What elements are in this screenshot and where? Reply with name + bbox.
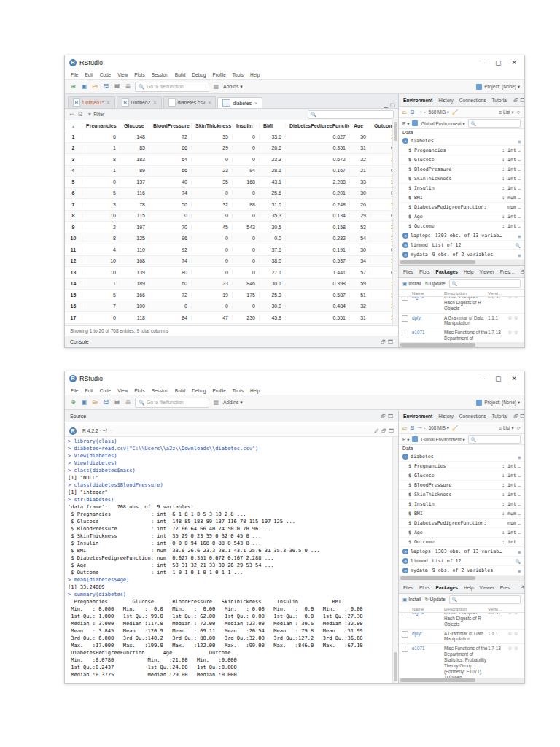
package-action-icons[interactable]: ◎ ◎ — [508, 646, 521, 650]
view-table-icon[interactable]: ▦ — [518, 549, 521, 554]
minimize-button[interactable]: – — [481, 59, 485, 66]
package-row-dplyr[interactable]: dplyrA Grammar of Data Manipulation1.1.1… — [399, 314, 524, 329]
print-icon[interactable]: 🖶 — [124, 398, 132, 406]
environment-field[interactable]: $ DiabetesPedigreeFunction:num… — [399, 519, 524, 528]
menu-debug[interactable]: Debug — [192, 72, 206, 77]
environment-field[interactable]: $ SkinThickness: int… — [399, 174, 524, 184]
minimize-pane-icon[interactable]: 🗗 — [381, 339, 386, 344]
close-tab-icon[interactable]: × — [254, 101, 257, 106]
source-pane-header[interactable]: Source 🗗 🗖 — [65, 410, 398, 422]
column-header-age[interactable]: Age — [350, 123, 370, 128]
save-workspace-icon[interactable]: 🖫 — [410, 425, 414, 430]
package-action-icons[interactable]: ◎ ◎ — [508, 330, 521, 334]
package-checkbox[interactable] — [402, 315, 408, 322]
export-icon[interactable]: 🖫 — [78, 112, 83, 117]
package-row-e1071[interactable]: e1071Misc Functions of the Department of… — [399, 644, 524, 678]
clear-console-icon[interactable]: 🖉 — [374, 428, 379, 433]
environment-field[interactable]: $ SkinThickness: int… — [399, 490, 524, 500]
import-dataset-icon[interactable]: ⭲ ▾ — [418, 109, 426, 115]
open-file-icon[interactable]: 🗁 — [91, 398, 99, 406]
package-row-e1071[interactable]: e1071Misc Functions of the Department of… — [399, 328, 524, 342]
column-header-pregnancies[interactable]: Pregnancies — [82, 123, 120, 128]
packages-horizontal-scrollbar[interactable] — [399, 342, 524, 347]
column-header-insulin[interactable]: Insulin — [233, 123, 260, 128]
expand-object-icon[interactable]: ▾ — [402, 138, 408, 144]
load-workspace-icon[interactable]: 🗁 — [402, 425, 407, 430]
environment-field[interactable]: $ BloodPressure: int… — [399, 165, 524, 174]
package-checkbox[interactable] — [402, 613, 408, 616]
column-header-bmi[interactable]: BMI — [260, 123, 286, 128]
menu-edit[interactable]: Edit — [85, 388, 93, 393]
menu-view[interactable]: View — [117, 72, 128, 77]
console-output[interactable]: > library(class)> diabetes=read.csv("C:\… — [65, 437, 392, 683]
print-icon[interactable]: 🖶 — [124, 82, 132, 90]
addins-dropdown[interactable]: Addins ▾ — [223, 84, 243, 90]
tab-plots[interactable]: Plots — [419, 269, 430, 274]
table-row[interactable]: 92197704554330.50.158531 — [65, 222, 392, 233]
new-file-icon[interactable]: ⊕ — [69, 82, 77, 90]
environment-search-input[interactable]: 🔍 — [468, 435, 521, 444]
menu-tools[interactable]: Tools — [233, 72, 244, 77]
view-table-icon[interactable]: ▦ — [518, 454, 521, 460]
environment-field[interactable]: $ Glucose: int… — [399, 471, 524, 481]
environment-object-mydata[interactable]: ◔mydata9 obs. of 2 variables▦ — [399, 250, 524, 260]
environment-field[interactable]: $ Outcome: int… — [399, 538, 524, 547]
tab-help[interactable]: Help — [464, 269, 474, 274]
minimize-pane-icon[interactable]: 🗗 — [381, 428, 386, 433]
tab-help[interactable]: Help — [464, 585, 474, 590]
tab-tutorial[interactable]: Tutorial — [491, 98, 508, 103]
environment-field[interactable]: $ Age: int… — [399, 212, 524, 222]
update-button[interactable]: ↻ Update — [424, 281, 445, 287]
tab-environment[interactable]: Environment — [403, 98, 432, 103]
package-checkbox[interactable] — [402, 646, 408, 652]
menu-build[interactable]: Build — [175, 388, 185, 393]
view-table-icon[interactable]: ▦ — [518, 252, 521, 258]
pane-icons[interactable]: 🗗 🗖 — [521, 269, 524, 274]
menu-session[interactable]: Session — [152, 72, 168, 77]
column-header-bloodpressure[interactable]: BloodPressure — [149, 123, 192, 128]
language-dropdown[interactable]: R ▾ — [402, 121, 409, 126]
menu-plots[interactable]: Plots — [134, 388, 144, 393]
package-checkbox[interactable] — [402, 631, 408, 638]
grid-vertical-scrollbar[interactable] — [392, 120, 398, 325]
refresh-icon[interactable]: ⟳ — [517, 109, 521, 115]
package-row-digest[interactable]: digestCreate Compact Hash Digests of R O… — [399, 613, 524, 630]
column-header-outcome[interactable]: Outcome — [370, 123, 392, 128]
tab-tutorial[interactable]: Tutorial — [491, 414, 508, 419]
tab-packages[interactable]: Packages — [436, 269, 458, 274]
tab-untitled2[interactable]: R Untitled2 × — [117, 96, 162, 108]
open-file-icon[interactable]: 🗁 — [91, 82, 99, 90]
environment-field[interactable]: $ Insulin: int… — [399, 500, 524, 509]
goto-file-function-input[interactable]: 🔍 Go to file/function — [135, 398, 209, 408]
filter-button[interactable]: ▼ Filter — [88, 112, 105, 117]
save-all-icon[interactable]: 🖬 — [113, 398, 121, 406]
environment-field[interactable]: $ DiabetesPedigreeFunction:num… — [399, 203, 524, 212]
goto-file-function-input[interactable]: 🔍 Go to file/function — [135, 82, 209, 92]
tab-packages[interactable]: Packages — [436, 585, 458, 590]
close-tab-icon[interactable]: × — [208, 100, 211, 105]
menu-code[interactable]: Code — [100, 72, 112, 77]
project-selector[interactable]: Project: (None) ▾ — [476, 400, 520, 406]
maximize-pane-icon[interactable]: 🗖 — [388, 339, 393, 344]
packages-search-input[interactable]: 🔍 — [449, 595, 521, 604]
packages-horizontal-scrollbar[interactable] — [399, 678, 524, 683]
table-row[interactable]: 155166721917525.80.587511 — [65, 290, 392, 301]
console-vertical-scrollbar[interactable] — [392, 437, 398, 683]
import-dataset-icon[interactable]: ⭲ ▾ — [418, 425, 426, 430]
column-header-skinthickness[interactable]: SkinThickness — [192, 123, 233, 128]
menu-profile[interactable]: Profile — [212, 72, 225, 77]
environment-object-laptops[interactable]: ◔laptops1303 obs. of 13 variab…▦ — [399, 547, 524, 557]
table-row[interactable]: 16710000030.00.484321 — [65, 301, 392, 313]
table-row[interactable]: 1310139800027.11.441570 — [65, 267, 392, 279]
menu-session[interactable]: Session — [152, 388, 168, 393]
pane-icons[interactable]: 🗗 🗖 — [513, 98, 524, 103]
tab-environment[interactable]: Environment — [403, 414, 432, 419]
tab-files[interactable]: Files — [403, 585, 413, 590]
menu-file[interactable]: File — [71, 388, 78, 393]
tab-diabetes-csv[interactable]: diabetes.csv × — [163, 96, 217, 108]
package-link[interactable]: e1071 — [412, 330, 444, 335]
table-row[interactable]: 65116740025.60.201300 — [65, 188, 392, 200]
new-file-icon[interactable]: ⊕ — [69, 398, 77, 406]
environment-field[interactable]: $ Pregnancies: int… — [399, 462, 524, 471]
memory-usage-dropdown[interactable]: 568 MiB ▾ — [429, 109, 449, 115]
